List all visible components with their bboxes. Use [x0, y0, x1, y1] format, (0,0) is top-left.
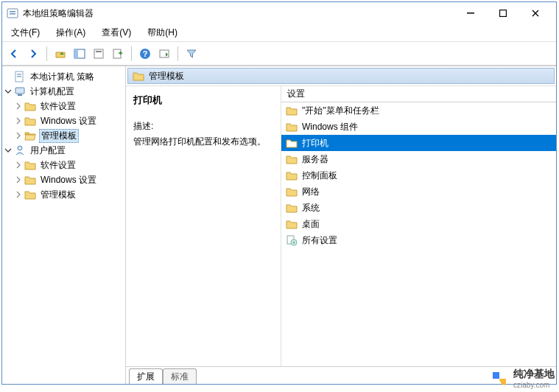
- tree-c-windows[interactable]: Windows 设置: [4, 113, 124, 128]
- list-item-label: 所有设置: [302, 234, 337, 247]
- svg-rect-1: [10, 11, 15, 13]
- description-pane: 打印机 描述: 管理网络打印机配置和发布选项。: [126, 86, 281, 366]
- svg-rect-12: [160, 50, 169, 57]
- list-item[interactable]: 服务器: [281, 151, 556, 167]
- tab-label: 扩展: [137, 371, 155, 382]
- path-bar: 管理模板: [127, 68, 555, 84]
- tree-u-windows[interactable]: Windows 设置: [4, 172, 124, 187]
- list-item-selected[interactable]: 打印机: [281, 135, 556, 151]
- menu-file[interactable]: 文件(F): [7, 25, 44, 41]
- menu-action[interactable]: 操作(A): [52, 25, 90, 41]
- filter-button[interactable]: [183, 45, 200, 63]
- minimize-button[interactable]: [454, 3, 487, 24]
- folder-icon: [286, 170, 298, 181]
- svg-rect-2: [10, 13, 15, 15]
- svg-point-21: [293, 242, 295, 244]
- description-label: 描述:: [133, 120, 273, 133]
- menu-help[interactable]: 帮助(H): [143, 25, 182, 41]
- detail-body: 打印机 描述: 管理网络打印机配置和发布选项。 设置 "开始"菜单和任务栏 Wi…: [126, 85, 556, 366]
- description-text: 管理网络打印机配置和发布选项。: [133, 136, 273, 148]
- forward-button[interactable]: [24, 45, 42, 63]
- content-area: 本地计算机 策略 计算机配置 软件设置 Windows 设置: [2, 66, 556, 384]
- folder-icon: [24, 159, 36, 171]
- tree-u-admin-templates[interactable]: 管理模板: [4, 187, 124, 202]
- svg-text:?: ?: [143, 49, 148, 58]
- folder-icon: [286, 138, 298, 148]
- svg-rect-8: [96, 51, 102, 52]
- list-item-label: 服务器: [302, 153, 328, 166]
- tree-label: 用户配置: [29, 144, 67, 157]
- list-header[interactable]: 设置: [281, 86, 556, 102]
- tree-u-software[interactable]: 软件设置: [4, 158, 124, 172]
- caret-right-icon[interactable]: [14, 161, 23, 169]
- back-button[interactable]: [5, 45, 23, 63]
- tree-panel: 本地计算机 策略 计算机配置 软件设置 Windows 设置: [2, 66, 126, 384]
- caret-right-icon[interactable]: [14, 190, 23, 199]
- folder-icon: [133, 71, 144, 81]
- toolbar-separator-3: [177, 46, 178, 61]
- up-button[interactable]: [52, 45, 69, 63]
- folder-icon: [24, 189, 36, 200]
- options-button[interactable]: [155, 45, 173, 63]
- list-item[interactable]: 系统: [281, 200, 556, 216]
- watermark-url: cziaby.com: [513, 381, 555, 389]
- list-item[interactable]: Windows 组件: [281, 119, 556, 135]
- tree-user-config[interactable]: 用户配置: [4, 143, 124, 158]
- export-button[interactable]: [109, 45, 127, 63]
- caret-right-icon[interactable]: [14, 102, 23, 111]
- list-item[interactable]: 所有设置: [281, 232, 556, 248]
- tree-c-software[interactable]: 软件设置: [4, 99, 124, 113]
- list-item-label: Windows 组件: [302, 121, 358, 133]
- list-item-label: 系统: [302, 202, 320, 214]
- list-item[interactable]: 控制面板: [281, 167, 556, 183]
- list-items: "开始"菜单和任务栏 Windows 组件 打印机 服务器 控制面板 网络 系统…: [281, 102, 556, 366]
- maximize-button[interactable]: [487, 3, 519, 24]
- app-window: 本地组策略编辑器 文件(F) 操作(A) 查看(V) 帮助(H) ? 本: [1, 1, 557, 385]
- tree-root[interactable]: 本地计算机 策略: [4, 69, 124, 84]
- caret-right-icon[interactable]: [14, 116, 23, 125]
- list-item[interactable]: 桌面: [281, 216, 556, 232]
- toolbar-separator-2: [131, 46, 132, 61]
- tree-label: 计算机配置: [29, 85, 76, 98]
- help-button[interactable]: ?: [136, 45, 154, 63]
- computer-icon: [14, 85, 26, 97]
- user-icon: [14, 144, 26, 156]
- close-button[interactable]: [519, 3, 552, 24]
- window-title: 本地组策略编辑器: [23, 7, 454, 20]
- tab-standard[interactable]: 标准: [163, 368, 197, 384]
- caret-down-icon[interactable]: [4, 87, 13, 96]
- caret-down-icon[interactable]: [4, 146, 13, 155]
- tree-computer-config[interactable]: 计算机配置: [4, 84, 124, 99]
- folder-icon: [24, 100, 36, 112]
- tree-label: Windows 设置: [39, 174, 98, 186]
- svg-rect-14: [17, 74, 21, 75]
- detail-panel: 管理模板 打印机 描述: 管理网络打印机配置和发布选项。 设置 "开始"菜单和任…: [126, 66, 556, 384]
- tab-extended[interactable]: 扩展: [129, 368, 163, 384]
- list-header-label: 设置: [287, 88, 305, 100]
- toolbar-separator: [46, 46, 47, 61]
- tree-c-admin-templates[interactable]: 管理模板: [4, 128, 124, 143]
- svg-rect-4: [500, 10, 507, 17]
- tab-label: 标准: [171, 371, 189, 382]
- menu-view[interactable]: 查看(V): [97, 25, 136, 41]
- list-item[interactable]: 网络: [281, 183, 556, 200]
- folder-icon: [24, 174, 36, 186]
- list-item[interactable]: "开始"菜单和任务栏: [281, 102, 556, 119]
- policy-icon: [14, 71, 26, 83]
- titlebar: 本地组策略编辑器: [2, 2, 556, 24]
- selection-heading: 打印机: [133, 94, 273, 107]
- settings-icon: [286, 234, 298, 246]
- svg-rect-15: [17, 76, 21, 77]
- tree-label: 本地计算机 策略: [29, 71, 96, 83]
- folder-icon: [286, 122, 298, 132]
- caret-right-icon[interactable]: [14, 131, 23, 140]
- caret-right-icon[interactable]: [14, 175, 23, 184]
- svg-point-18: [18, 146, 22, 150]
- settings-list: 设置 "开始"菜单和任务栏 Windows 组件 打印机 服务器 控制面板 网络…: [281, 86, 556, 366]
- svg-rect-17: [18, 94, 22, 96]
- show-hide-tree-button[interactable]: [71, 45, 88, 63]
- properties-button[interactable]: [90, 45, 108, 63]
- blank-caret: [4, 72, 13, 81]
- folder-icon: [286, 186, 298, 197]
- list-item-label: 打印机: [302, 137, 328, 150]
